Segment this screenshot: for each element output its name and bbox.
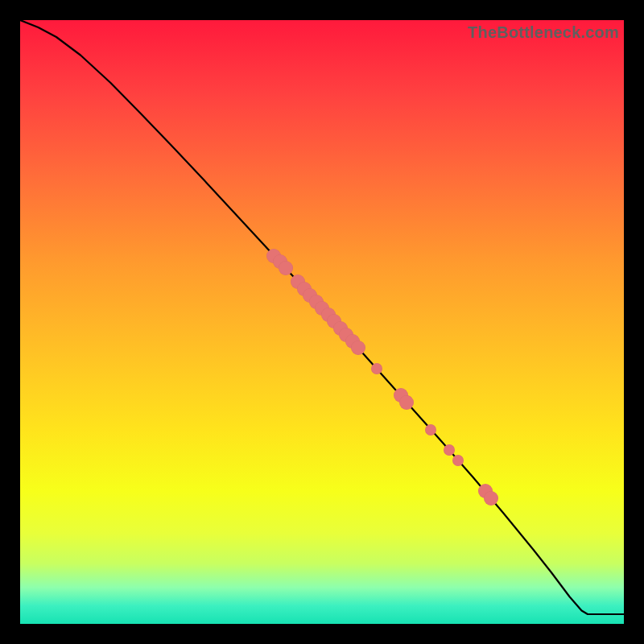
data-point [399, 395, 414, 410]
curve-layer [20, 20, 624, 624]
data-point [351, 341, 365, 355]
data-point [484, 491, 498, 506]
data-point [425, 424, 436, 436]
chart-stage: TheBottleneck.com [0, 0, 644, 644]
data-point [371, 363, 382, 374]
data-point [444, 444, 455, 456]
data-point [279, 261, 293, 275]
data-point [452, 455, 464, 466]
plot-area: TheBottleneck.com [20, 20, 624, 624]
